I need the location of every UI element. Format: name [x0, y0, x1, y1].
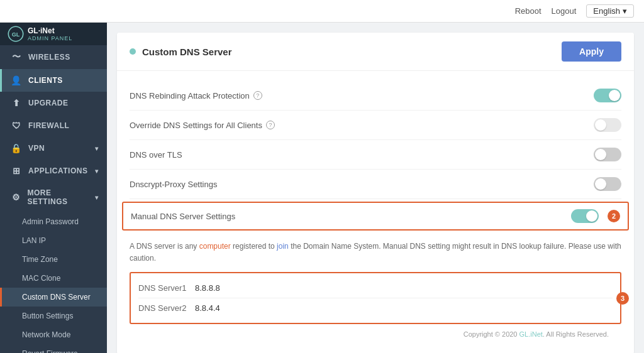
sidebar-item-wireless[interactable]: 〜 WIRELESS	[0, 45, 107, 69]
sidebar-item-upgrade[interactable]: ⬆ UPGRADE	[0, 92, 107, 114]
sidebar-label-upgrade: UPGRADE	[28, 99, 69, 107]
dns-tls-track[interactable]	[594, 148, 621, 161]
desc-join: join	[277, 242, 289, 251]
sidebar: GL GL·iNet ADMIN PANEL 〜 WIRELESS 👤 CLIE…	[0, 23, 107, 353]
sidebar-sub-custom-dns[interactable]: Custom DNS Server	[0, 288, 107, 307]
setting-row-dnscrypt: Dnscrypt-Proxy Settings	[130, 170, 621, 199]
language-selector[interactable]: English ▾	[586, 4, 634, 18]
logo-area: GL GL·iNet ADMIN PANEL	[0, 23, 107, 45]
dns-server1-input[interactable]	[195, 283, 613, 293]
setting-row-dns-tls: DNS over TLS	[130, 140, 621, 170]
sidebar-item-more-settings[interactable]: ⚙ MORE SETTINGS ▾	[0, 182, 107, 212]
sidebar-label-more-settings: MORE SETTINGS	[28, 188, 89, 206]
sidebar-sub-network-mode[interactable]: Network Mode	[0, 325, 107, 344]
setting-row-dns-rebinding: DNS Rebinding Attack Protection ?	[130, 81, 621, 111]
chevron-down-icon: ▾	[623, 6, 627, 16]
dnscrypt-label: Dnscrypt-Proxy Settings	[130, 180, 217, 189]
topbar: Reboot Logout English ▾	[0, 0, 644, 23]
dnscrypt-toggle[interactable]	[594, 177, 621, 191]
sidebar-sub-time-zone[interactable]: Time Zone	[0, 250, 107, 269]
reboot-link[interactable]: Reboot	[515, 6, 541, 16]
dns-tls-toggle[interactable]	[594, 148, 621, 161]
manual-dns-thumb	[586, 210, 597, 222]
main-content: Custom DNS Server Apply DNS Rebinding At…	[107, 23, 644, 353]
apply-button[interactable]: Apply	[562, 41, 621, 62]
card-title: Custom DNS Server	[142, 46, 232, 57]
override-dns-label: Override DNS Settings for All Clients ?	[130, 121, 275, 130]
sidebar-sub-lan-ip[interactable]: LAN IP	[0, 231, 107, 250]
firewall-icon: 🛡	[11, 121, 22, 131]
logout-link[interactable]: Logout	[552, 6, 577, 16]
language-label: English	[593, 6, 620, 16]
sidebar-sub-mac-clone[interactable]: MAC Clone	[0, 269, 107, 288]
dnscrypt-track[interactable]	[594, 177, 621, 191]
custom-dns-card: Custom DNS Server Apply DNS Rebinding At…	[117, 33, 634, 353]
sidebar-label-vpn: VPN	[28, 144, 45, 153]
applications-arrow-icon: ▾	[95, 168, 99, 175]
brand-name: GL·iNet	[28, 26, 72, 35]
card-header: Custom DNS Server Apply	[117, 33, 634, 71]
wireless-icon: 〜	[11, 52, 22, 63]
desc-computer: computer	[199, 242, 231, 251]
dns-server1-label: DNS Server1	[138, 283, 195, 293]
footer: Copyright © 2020 GL.iNet. All Rights Res…	[130, 324, 621, 344]
dns-server2-label: DNS Server2	[138, 303, 195, 313]
sidebar-item-clients[interactable]: 👤 CLIENTS	[0, 69, 107, 92]
override-dns-toggle[interactable]	[594, 118, 621, 132]
sidebar-label-wireless: WIRELESS	[28, 53, 70, 62]
dns-rebinding-toggle[interactable]	[594, 89, 621, 102]
clients-icon: 👤	[11, 75, 22, 85]
manual-dns-badge: 2	[608, 210, 620, 222]
footer-brand-link[interactable]: GL.iNet	[519, 330, 543, 338]
sidebar-sub-admin-password[interactable]: Admin Password	[0, 212, 107, 231]
manual-dns-toggle[interactable]	[571, 209, 599, 223]
dns-inputs-container: DNS Server1 DNS Server2 3	[130, 272, 621, 324]
dnscrypt-thumb	[595, 178, 606, 190]
sidebar-item-vpn[interactable]: 🔒 VPN ▾	[0, 137, 107, 160]
override-dns-track[interactable]	[594, 118, 621, 132]
more-settings-arrow-icon: ▾	[95, 194, 99, 201]
override-dns-help-icon[interactable]: ?	[266, 121, 275, 129]
setting-row-override-dns: Override DNS Settings for All Clients ?	[130, 111, 621, 140]
sidebar-item-applications[interactable]: ⊞ APPLICATIONS ▾	[0, 160, 107, 182]
dns-server2-input[interactable]	[195, 303, 613, 313]
sidebar-item-firewall[interactable]: 🛡 FIREWALL	[0, 114, 107, 137]
card-title-area: Custom DNS Server	[130, 46, 232, 57]
sidebar-sub-button-settings[interactable]: Button Settings	[0, 307, 107, 325]
manual-dns-label: Manual DNS Server Settings	[131, 212, 235, 221]
sidebar-label-applications: APPLICATIONS	[28, 166, 87, 175]
layout: GL GL·iNet ADMIN PANEL 〜 WIRELESS 👤 CLIE…	[0, 23, 644, 353]
applications-icon: ⊞	[11, 166, 22, 176]
dns-description: A DNS server is any computer registered …	[130, 236, 621, 272]
dns-rebinding-track[interactable]	[594, 89, 621, 102]
upgrade-icon: ⬆	[11, 98, 22, 108]
card-body: DNS Rebinding Attack Protection ? Overri…	[117, 71, 634, 353]
dns-inputs-badge: 3	[616, 292, 629, 305]
vpn-arrow-icon: ▾	[95, 145, 99, 152]
status-dot	[130, 48, 136, 55]
override-dns-thumb	[595, 119, 606, 131]
dns-tls-label: DNS over TLS	[130, 150, 182, 160]
dns-tls-thumb	[595, 149, 606, 160]
manual-dns-track[interactable]	[571, 209, 599, 223]
gl-logo-icon: GL	[8, 26, 24, 42]
dns-server1-row: DNS Server1	[138, 278, 613, 298]
sidebar-label-firewall: FIREWALL	[28, 121, 69, 130]
more-settings-icon: ⚙	[11, 192, 21, 202]
sidebar-label-clients: CLIENTS	[28, 76, 63, 85]
admin-panel-label: ADMIN PANEL	[28, 35, 72, 41]
dns-rebinding-label: DNS Rebinding Attack Protection ?	[130, 91, 262, 100]
setting-row-manual-dns: Manual DNS Server Settings 2	[122, 202, 629, 231]
vpn-icon: 🔒	[11, 143, 22, 153]
dns-rebinding-help-icon[interactable]: ?	[253, 91, 262, 100]
dns-inputs-wrapper: DNS Server1 DNS Server2	[130, 272, 621, 324]
sidebar-sub-revert-firmware[interactable]: Revert Firmware	[0, 344, 107, 353]
svg-text:GL: GL	[12, 31, 20, 38]
dns-rebinding-thumb	[609, 90, 620, 101]
logo: GL GL·iNet ADMIN PANEL	[8, 26, 72, 42]
dns-server2-row: DNS Server2	[138, 298, 613, 318]
